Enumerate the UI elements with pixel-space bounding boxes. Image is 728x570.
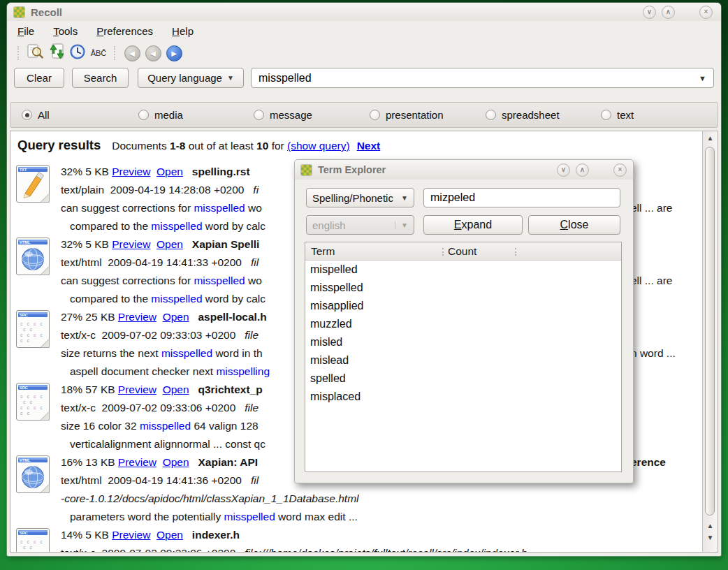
filter-label: message bbox=[270, 109, 312, 121]
shade-button[interactable]: ∨ bbox=[557, 163, 570, 177]
text-segment: 64 valign 128 bbox=[191, 420, 259, 432]
term-cell: misspelled bbox=[310, 282, 363, 293]
text-segment: q3richtext_p bbox=[198, 383, 262, 395]
text-segment bbox=[183, 238, 192, 250]
open-link[interactable]: Open bbox=[156, 529, 183, 541]
scrollbar-thumb[interactable] bbox=[705, 147, 715, 516]
filter-presentation[interactable]: presentation bbox=[370, 103, 444, 127]
search-button[interactable]: Search bbox=[72, 68, 129, 88]
text-segment bbox=[183, 166, 192, 177]
results-scrollbar[interactable]: ▲ ▲ ▼ bbox=[702, 131, 718, 552]
src-file-icon: SRCc c c cc cc c c cc c bbox=[16, 383, 50, 421]
column-resize-handle[interactable] bbox=[515, 248, 516, 256]
text-segment bbox=[150, 529, 156, 541]
term-row[interactable]: misspelled bbox=[305, 279, 621, 297]
menu-file[interactable]: File bbox=[17, 25, 34, 37]
scroll-down-icon[interactable]: ▼ bbox=[703, 532, 718, 543]
term-explorer-icon: ÅBĈ bbox=[91, 49, 107, 57]
query-language-select[interactable]: Query language ▼ bbox=[138, 68, 244, 88]
sort-parameters-icon bbox=[48, 43, 66, 64]
next-page-button[interactable]: ▶ bbox=[163, 43, 184, 63]
menu-preferences[interactable]: Preferences bbox=[96, 25, 153, 37]
text-segment: text/plain 2009-04-19 14:28:08 +0200 bbox=[61, 184, 253, 196]
preview-link[interactable]: Preview bbox=[112, 238, 150, 250]
language-value: english bbox=[312, 219, 346, 231]
close-button[interactable]: × bbox=[699, 6, 713, 19]
document-history-button[interactable] bbox=[67, 43, 88, 63]
chevron-down-icon[interactable]: ▼ bbox=[699, 74, 706, 82]
svg-text:HTML: HTML bbox=[20, 240, 31, 244]
term-row[interactable]: misapplied bbox=[305, 297, 621, 315]
term-row[interactable]: mislead bbox=[305, 351, 621, 370]
preview-link[interactable]: Preview bbox=[118, 311, 156, 323]
svg-text:c c: c c bbox=[23, 400, 34, 404]
term-explorer-dialog: Term Explorer ∨∧× Spelling/Phonetic ▼ mi… bbox=[294, 159, 634, 483]
filter-text[interactable]: text bbox=[601, 103, 634, 127]
text-segment: fil bbox=[251, 256, 259, 268]
menu-tools[interactable]: Tools bbox=[53, 25, 78, 37]
column-header-count[interactable]: Count bbox=[448, 242, 476, 260]
chevron-down-icon: ▼ bbox=[395, 221, 408, 229]
term-explorer-button[interactable]: ÅBĈ bbox=[88, 43, 109, 63]
search-input[interactable]: misspelled ▼ bbox=[251, 68, 714, 88]
text-segment: text/x-c 2009-07-02 09:33:06 +0200 bbox=[61, 547, 245, 553]
radio-icon bbox=[138, 110, 149, 120]
filter-all[interactable]: All bbox=[22, 103, 50, 127]
expand-button[interactable]: Expand bbox=[423, 215, 523, 235]
text-segment: misspelled bbox=[151, 220, 202, 232]
unshade-button[interactable]: ∧ bbox=[662, 6, 675, 19]
column-resize-handle[interactable] bbox=[442, 248, 444, 256]
term-row[interactable]: muzzled bbox=[305, 315, 621, 333]
open-link[interactable]: Open bbox=[163, 456, 189, 468]
text-segment: indexer.h bbox=[192, 529, 240, 541]
toolbar: ÅBĈ◀◀▶ bbox=[7, 41, 721, 66]
filter-spreadsheet[interactable]: spreadsheet bbox=[486, 103, 560, 127]
filter-label: presentation bbox=[386, 109, 444, 121]
clear-button[interactable]: Clear bbox=[14, 68, 64, 88]
term-input[interactable]: mizpeled bbox=[423, 188, 620, 207]
close-button[interactable]: Close bbox=[528, 215, 620, 235]
dialog-title-bar[interactable]: Term Explorer ∨∧× bbox=[295, 160, 633, 180]
open-link[interactable]: Open bbox=[156, 166, 183, 177]
preview-link[interactable]: Preview bbox=[118, 456, 156, 468]
close-button[interactable]: × bbox=[613, 163, 627, 177]
open-link[interactable]: Open bbox=[156, 238, 183, 250]
advanced-search-button[interactable] bbox=[25, 43, 46, 63]
term-cell: mispelled bbox=[310, 263, 358, 275]
expand-mode-select[interactable]: Spelling/Phonetic ▼ bbox=[306, 188, 414, 207]
filter-message[interactable]: message bbox=[254, 103, 312, 127]
open-link[interactable]: Open bbox=[163, 311, 189, 323]
column-header-term[interactable]: Term bbox=[311, 242, 335, 260]
svg-text:c c c c: c c c c bbox=[20, 321, 44, 326]
shade-button[interactable]: ∨ bbox=[643, 6, 656, 19]
text-segment bbox=[156, 383, 163, 395]
term-row[interactable]: spelled bbox=[305, 370, 621, 388]
show-query-link[interactable]: (show query) bbox=[287, 140, 350, 152]
language-select[interactable]: english ▼ bbox=[306, 215, 414, 235]
text-segment: 14% 5 KB bbox=[61, 529, 112, 541]
title-bar[interactable]: Recoll ∨∧× bbox=[7, 3, 721, 21]
svg-text:TXT: TXT bbox=[20, 168, 27, 172]
text-segment: word by calc bbox=[203, 220, 265, 232]
search-row: Clear Search Query language ▼ misspelled… bbox=[7, 66, 721, 91]
term-row[interactable]: misled bbox=[305, 333, 621, 351]
text-segment: n word ... bbox=[631, 344, 676, 363]
preview-link[interactable]: Preview bbox=[118, 383, 156, 395]
scroll-up-icon[interactable]: ▲ bbox=[703, 133, 718, 143]
term-row[interactable]: misplaced bbox=[305, 388, 621, 406]
svg-text:c c: c c bbox=[20, 411, 31, 416]
preview-link[interactable]: Preview bbox=[112, 166, 150, 177]
filter-media[interactable]: media bbox=[138, 103, 183, 127]
scroll-up-icon[interactable]: ▲ bbox=[703, 520, 718, 531]
next-page-link[interactable]: Next bbox=[357, 140, 381, 152]
html-file-icon: HTML bbox=[16, 455, 50, 493]
preview-link[interactable]: Preview bbox=[112, 529, 150, 541]
unshade-button[interactable]: ∧ bbox=[576, 163, 589, 177]
text-segment: size returns the next bbox=[61, 347, 161, 359]
open-link[interactable]: Open bbox=[163, 383, 189, 395]
first-page-icon: ◀ bbox=[124, 45, 140, 61]
menu-help[interactable]: Help bbox=[172, 25, 194, 37]
term-row[interactable]: mispelled bbox=[305, 261, 621, 279]
sort-parameters-button[interactable] bbox=[46, 43, 67, 63]
document-history-icon bbox=[68, 43, 87, 64]
